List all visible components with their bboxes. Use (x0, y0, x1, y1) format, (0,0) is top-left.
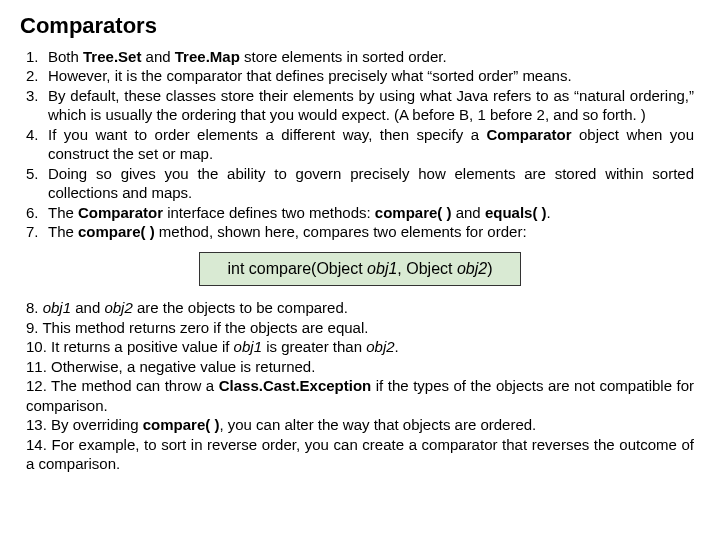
list-item: 1. Both Tree.Set and Tree.Map store elem… (26, 47, 694, 67)
item-number: 5. (26, 164, 48, 203)
list-item: 2. However, it is the comparator that de… (26, 66, 694, 86)
bold: compare( ) (375, 204, 452, 221)
bold: Tree.Set (83, 48, 141, 65)
italic: obj1 (43, 299, 71, 316)
list-item: 3. By default, these classes store their… (26, 86, 694, 125)
item-text: However, it is the comparator that defin… (48, 66, 694, 86)
bold: Class.Cast.Exception (219, 377, 372, 394)
list-item: 9. This method returns zero if the objec… (26, 318, 694, 338)
method-signature-box: int compare(Object obj1, Object obj2) (199, 252, 521, 287)
text: ) (487, 260, 492, 277)
text: int compare(Object (227, 260, 367, 277)
item-text: Both Tree.Set and Tree.Map store element… (48, 47, 694, 67)
text: interface defines two methods: (163, 204, 375, 221)
item-text: By default, these classes store their el… (48, 86, 694, 125)
text: , you can alter the way that objects are… (219, 416, 536, 433)
text: and (141, 48, 174, 65)
item-number: 3. (26, 86, 48, 125)
italic: obj2 (104, 299, 132, 316)
list-item: 7. The compare( ) method, shown here, co… (26, 222, 694, 242)
italic: obj1 (234, 338, 262, 355)
page-title: Comparators (20, 12, 700, 41)
text: are the objects to be compared. (133, 299, 348, 316)
text: Both (48, 48, 83, 65)
list-item: 5. Doing so gives you the ability to gov… (26, 164, 694, 203)
text: and (71, 299, 104, 316)
list-item: 14. For example, to sort in reverse orde… (26, 435, 694, 474)
text: . (547, 204, 551, 221)
item-number: 2. (26, 66, 48, 86)
item-number: 4. (26, 125, 48, 164)
text: 13. By overriding (26, 416, 143, 433)
item-number: 1. (26, 47, 48, 67)
item-number: 7. (26, 222, 48, 242)
list-item: 11. Otherwise, a negative value is retur… (26, 357, 694, 377)
bold: equals( ) (485, 204, 547, 221)
bold: Tree.Map (175, 48, 240, 65)
item-text: The Comparator interface defines two met… (48, 203, 694, 223)
text: The (48, 223, 78, 240)
text: The (48, 204, 78, 221)
text: . (395, 338, 399, 355)
item-text: If you want to order elements a differen… (48, 125, 694, 164)
list-item: 10. It returns a positive value if obj1 … (26, 337, 694, 357)
text: 12. The method can throw a (26, 377, 219, 394)
ordered-list-bottom: 8. obj1 and obj2 are the objects to be c… (20, 298, 700, 474)
italic: obj1 (367, 260, 397, 277)
ordered-list-top: 1. Both Tree.Set and Tree.Map store elem… (20, 47, 700, 242)
text: 8. (26, 299, 43, 316)
item-text: Doing so gives you the ability to govern… (48, 164, 694, 203)
italic: obj2 (457, 260, 487, 277)
italic: obj2 (366, 338, 394, 355)
list-item: 4. If you want to order elements a diffe… (26, 125, 694, 164)
text: is greater than (262, 338, 366, 355)
text: 10. It returns a positive value if (26, 338, 234, 355)
bold: compare( ) (143, 416, 220, 433)
item-text: The compare( ) method, shown here, compa… (48, 222, 694, 242)
text: If you want to order elements a differen… (48, 126, 487, 143)
list-item: 12. The method can throw a Class.Cast.Ex… (26, 376, 694, 415)
text: method, shown here, compares two element… (155, 223, 527, 240)
list-item: 8. obj1 and obj2 are the objects to be c… (26, 298, 694, 318)
bold: Comparator (487, 126, 572, 143)
item-number: 6. (26, 203, 48, 223)
list-item: 6. The Comparator interface defines two … (26, 203, 694, 223)
text: and (452, 204, 485, 221)
list-item: 13. By overriding compare( ), you can al… (26, 415, 694, 435)
bold: Comparator (78, 204, 163, 221)
bold: compare( ) (78, 223, 155, 240)
text: store elements in sorted order. (240, 48, 447, 65)
text: , Object (397, 260, 457, 277)
